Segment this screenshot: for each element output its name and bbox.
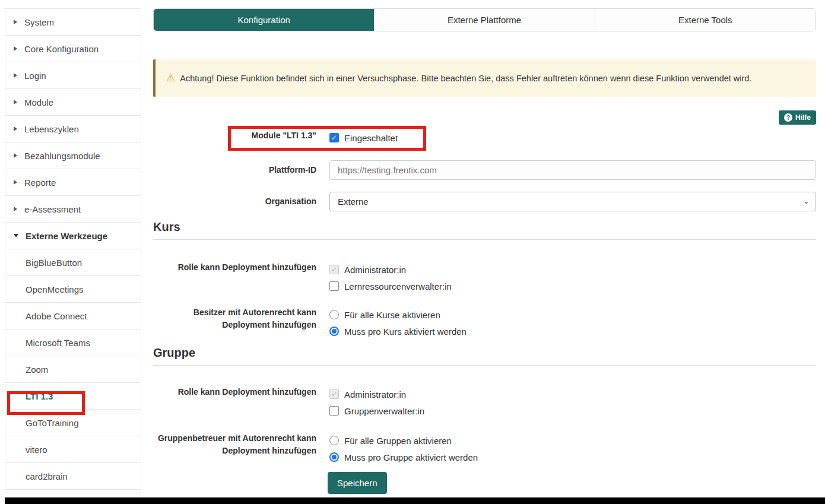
kurs-role-row: Rolle kann Deployment hinzufügen ✓ Admin… xyxy=(153,261,816,294)
organisation-selected-value: Externe xyxy=(338,196,369,207)
tab-konfiguration[interactable]: Konfiguration xyxy=(154,9,374,31)
question-circle-icon: ? xyxy=(784,113,792,122)
tab-externe-tools[interactable]: Externe Tools xyxy=(595,9,816,31)
sidebar-item-label: Login xyxy=(24,71,46,81)
sidebar-item-openmeetings[interactable]: OpenMeetings xyxy=(5,276,141,303)
sidebar-item-label: Zoom xyxy=(26,364,48,375)
warning-text: Achtung! Diese Funktion befindet sich in… xyxy=(180,74,751,83)
sidebar-item-label: GoToTraining xyxy=(26,418,79,428)
tab-label: Externe Tools xyxy=(678,15,732,25)
sidebar-item-label: System xyxy=(24,17,54,27)
gruppe-gruppenverwalter-checkbox[interactable] xyxy=(329,406,339,416)
module-enabled-row: Module "LTI 1.3" ✓ Eingeschaltet xyxy=(153,129,816,146)
sidebar-item-label: Core Konfiguration xyxy=(24,44,99,54)
warning-alert: ⚠ Achtung! Diese Funktion befindet sich … xyxy=(153,59,816,97)
caret-right-icon xyxy=(14,100,17,104)
admin-page: System Core Konfiguration Login Module L… xyxy=(0,0,825,504)
caret-right-icon xyxy=(14,20,17,24)
gruppe-all-groups-label: Für alle Gruppen aktivieren xyxy=(344,436,452,446)
sidebar-item-label: BigBlueButton xyxy=(26,258,82,268)
sidebar-item-label: Module xyxy=(24,97,53,107)
caret-right-icon xyxy=(14,73,17,78)
sidebar-item-login[interactable]: Login xyxy=(5,62,141,89)
gruppe-owner-label: Gruppenbetreuer mit Autorenrecht kann De… xyxy=(153,432,316,465)
sidebar-item-label: LTI 1.3 xyxy=(26,391,53,401)
platform-id-label: Plattform-ID xyxy=(153,164,316,180)
gruppe-gruppenverwalter-label: Gruppenverwalter:in xyxy=(344,406,424,416)
gruppe-per-group-label: Muss pro Gruppe aktiviert werden xyxy=(344,452,478,462)
caret-right-icon xyxy=(14,207,17,211)
platform-id-input[interactable] xyxy=(329,160,816,180)
sidebar-item-lebenszyklen[interactable]: Lebenszyklen xyxy=(5,116,141,142)
sidebar-item-module[interactable]: Module xyxy=(5,89,141,116)
kurs-per-course-label: Muss pro Kurs aktiviert werden xyxy=(344,327,467,337)
sidebar-item-label: vitero xyxy=(26,445,47,455)
save-button[interactable]: Speichern xyxy=(328,472,387,494)
help-button-label: Hilfe xyxy=(795,113,811,122)
caret-right-icon xyxy=(14,46,17,51)
sidebar-item-core-konfiguration[interactable]: Core Konfiguration xyxy=(5,36,141,62)
chevron-down-icon: ⌄ xyxy=(803,196,810,205)
sidebar-item-zoom[interactable]: Zoom xyxy=(5,356,141,383)
kurs-administrator-checkbox: ✓ xyxy=(329,265,339,274)
kurs-role-label: Rolle kann Deployment hinzufügen xyxy=(153,261,316,294)
gruppe-administrator-label: Administrator:in xyxy=(344,389,406,400)
sidebar-item-bezahlungsmodule[interactable]: Bezahlungsmodule xyxy=(5,142,141,169)
module-enabled-checkbox-label: Eingeschaltet xyxy=(344,133,398,143)
module-enabled-checkbox[interactable]: ✓ xyxy=(329,133,339,142)
sidebar-item-label: Microsoft Teams xyxy=(26,338,90,348)
sidebar-item-gototraining[interactable]: GoToTraining xyxy=(5,410,141,436)
sidebar-item-reporte[interactable]: Reporte xyxy=(5,169,141,196)
gruppe-owner-row: Gruppenbetreuer mit Autorenrecht kann De… xyxy=(153,432,816,465)
sidebar-item-bigbluebutton[interactable]: BigBlueButton xyxy=(5,249,141,276)
tab-label: Externe Plattforme xyxy=(448,15,521,25)
organisation-select[interactable]: Externe ⌄ xyxy=(329,192,816,211)
caret-right-icon xyxy=(14,126,17,131)
kurs-all-courses-radio[interactable] xyxy=(329,310,339,319)
sidebar-item-microsoft-teams[interactable]: Microsoft Teams xyxy=(5,329,141,356)
sidebar-item-lti-13[interactable]: LTI 1.3 xyxy=(5,383,141,410)
tab-externe-plattforme[interactable]: Externe Plattforme xyxy=(374,9,595,31)
sidebar-item-label: card2brain xyxy=(26,471,68,481)
module-label: Module "LTI 1.3" xyxy=(153,129,316,146)
sidebar-item-card2brain[interactable]: card2brain xyxy=(5,463,141,490)
caret-right-icon xyxy=(14,180,17,185)
caret-right-icon xyxy=(14,153,17,158)
gruppe-administrator-checkbox: ✓ xyxy=(329,389,339,399)
gruppe-per-group-radio[interactable] xyxy=(329,452,339,462)
gruppe-section-heading: Gruppe xyxy=(153,346,816,366)
gruppe-role-row: Rolle kann Deployment hinzufügen ✓ Admin… xyxy=(153,386,816,419)
sidebar-item-label: Bezahlungsmodule xyxy=(24,151,100,161)
sidebar-item-e-assessment[interactable]: e-Assessment xyxy=(5,196,141,223)
sidebar-item-externe-werkzeuge[interactable]: Externe Werkzeuge xyxy=(5,223,141,249)
gruppe-all-groups-radio[interactable] xyxy=(329,436,339,445)
sidebar-item-label: e-Assessment xyxy=(24,204,81,214)
kurs-section-heading: Kurs xyxy=(153,220,816,240)
kurs-administrator-label: Administrator:in xyxy=(344,265,406,275)
window-bottom-edge xyxy=(5,497,825,504)
sidebar-item-vitero[interactable]: vitero xyxy=(5,436,141,463)
sidebar-item-label: Externe Werkzeuge xyxy=(26,231,107,241)
warning-triangle-icon: ⚠ xyxy=(166,72,175,84)
kurs-per-course-radio[interactable] xyxy=(329,327,339,336)
main-content: Konfiguration Externe Plattforme Externe… xyxy=(153,0,816,504)
help-button[interactable]: ? Hilfe xyxy=(779,110,816,125)
kurs-lernressourcenverwalter-checkbox[interactable] xyxy=(329,281,339,291)
organisation-row: Organisation Externe ⌄ xyxy=(153,195,816,211)
kurs-all-courses-label: Für alle Kurse aktivieren xyxy=(344,310,440,320)
sidebar-item-label: Reporte xyxy=(24,177,56,188)
tab-bar: Konfiguration Externe Plattforme Externe… xyxy=(153,8,816,31)
sidebar-item-system[interactable]: System xyxy=(5,9,141,36)
gruppe-role-label: Rolle kann Deployment hinzufügen xyxy=(153,386,316,419)
platform-id-row: Plattform-ID xyxy=(153,164,816,180)
sidebar-item-adobe-connect[interactable]: Adobe Connect xyxy=(5,303,141,329)
sidebar-item-label: OpenMeetings xyxy=(26,284,84,294)
kurs-lernressourcenverwalter-label: Lernressourcenverwalter:in xyxy=(344,281,452,291)
sidebar-item-label: Adobe Connect xyxy=(26,311,87,321)
tab-label: Konfiguration xyxy=(237,15,290,25)
kurs-owner-row: Besitzer mit Autorenrecht kann Deploymen… xyxy=(153,306,816,340)
organisation-label: Organisation xyxy=(153,195,316,211)
admin-sidebar: System Core Konfiguration Login Module L… xyxy=(5,8,141,497)
caret-down-icon xyxy=(14,234,18,237)
sidebar-item-label: Lebenszyklen xyxy=(24,124,79,134)
